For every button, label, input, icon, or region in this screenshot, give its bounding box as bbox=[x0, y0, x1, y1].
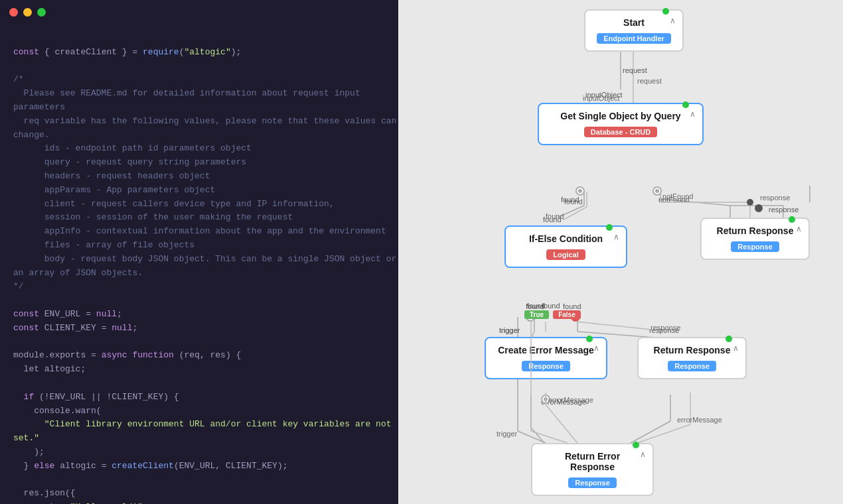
return-error-badge: Response bbox=[568, 477, 617, 488]
svg-line-42 bbox=[637, 424, 690, 443]
return-response-1-badge: Response bbox=[731, 241, 779, 252]
found-false-label: found bbox=[542, 302, 560, 310]
svg-text:trigger: trigger bbox=[497, 430, 518, 438]
svg-line-14 bbox=[518, 431, 546, 443]
svg-line-44 bbox=[546, 405, 577, 443]
flow-panel: ∧ Start Endpoint Handler request inputOb… bbox=[398, 0, 843, 504]
if-else-status-dot bbox=[606, 224, 613, 231]
return-response-2-chevron[interactable]: ∧ bbox=[733, 344, 739, 353]
badge-true: True bbox=[524, 310, 549, 319]
edge-inputobject: inputObject bbox=[585, 91, 623, 99]
get-single-chevron[interactable]: ∧ bbox=[690, 109, 696, 119]
return-response-2-node[interactable]: ∧ Return Response Response bbox=[637, 337, 747, 379]
svg-line-28 bbox=[563, 207, 587, 220]
get-single-badge: Database - CRUD bbox=[584, 127, 657, 137]
if-else-title: If-Else Condition bbox=[515, 233, 617, 244]
close-button[interactable] bbox=[9, 8, 18, 17]
svg-text:request: request bbox=[637, 77, 662, 85]
get-single-node[interactable]: ∧ Get Single Object by Query Database - … bbox=[538, 103, 704, 145]
start-status-dot bbox=[662, 8, 669, 15]
create-error-title: Create Error Message bbox=[495, 345, 597, 355]
return-error-status-dot bbox=[633, 442, 639, 448]
maximize-button[interactable] bbox=[37, 8, 46, 17]
return-response-2-status-dot bbox=[726, 336, 732, 342]
start-chevron[interactable]: ∧ bbox=[670, 16, 676, 25]
if-else-badge: Logical bbox=[546, 249, 585, 260]
edge-response-2: response bbox=[649, 326, 679, 334]
create-error-badge: Response bbox=[522, 361, 570, 371]
return-error-title: Return Error Response bbox=[542, 451, 643, 472]
minimize-button[interactable] bbox=[23, 8, 32, 17]
code-panel: const { createClient } = require("altogi… bbox=[0, 0, 398, 504]
start-badge: Endpoint Handler bbox=[597, 33, 671, 44]
return-response-1-title: Return Response bbox=[711, 225, 799, 236]
edge-notfound: notFound bbox=[658, 196, 689, 204]
get-single-found-connector bbox=[575, 186, 585, 196]
svg-text:errorMessage: errorMessage bbox=[677, 416, 722, 424]
get-single-title: Get Single Object by Query bbox=[548, 111, 693, 121]
return-response-1-node[interactable]: ∧ Return Response Response bbox=[700, 218, 810, 260]
svg-text:response: response bbox=[760, 194, 790, 202]
return-response-1-chevron[interactable]: ∧ bbox=[796, 224, 802, 233]
edge-response-top: response bbox=[769, 206, 799, 214]
edge-request: request bbox=[623, 66, 647, 74]
create-error-chevron[interactable]: ∧ bbox=[593, 344, 599, 353]
return-response-2-title: Return Response bbox=[648, 345, 736, 355]
svg-line-3 bbox=[558, 206, 584, 218]
create-error-node[interactable]: ∧ Create Error Message Response bbox=[485, 337, 607, 379]
edge-trigger: trigger bbox=[499, 326, 520, 334]
return-error-node[interactable]: ∧ Return Error Response Response bbox=[531, 443, 654, 496]
titlebar bbox=[0, 0, 398, 24]
svg-point-33 bbox=[747, 199, 753, 206]
badge-false: False bbox=[553, 310, 581, 319]
get-single-notfound-connector bbox=[652, 186, 662, 196]
edge-found: found bbox=[561, 196, 579, 204]
start-node[interactable]: ∧ Start Endpoint Handler bbox=[584, 9, 684, 52]
return-error-chevron[interactable]: ∧ bbox=[640, 450, 646, 459]
svg-line-45 bbox=[531, 431, 568, 443]
create-error-status-dot bbox=[586, 336, 593, 342]
edge-found2: found bbox=[543, 216, 562, 223]
if-else-chevron[interactable]: ∧ bbox=[613, 232, 619, 241]
return-response-2-badge: Response bbox=[668, 361, 716, 371]
svg-line-19 bbox=[631, 421, 670, 443]
return-response-1-status-dot bbox=[789, 216, 795, 223]
if-else-node[interactable]: ∧ If-Else Condition Logical bbox=[504, 225, 627, 268]
response-connector bbox=[755, 204, 763, 212]
svg-line-12 bbox=[531, 428, 544, 443]
create-error-bottom-connector bbox=[541, 395, 550, 404]
code-editor[interactable]: const { createClient } = require("altogi… bbox=[0, 24, 398, 504]
start-title: Start bbox=[595, 17, 673, 28]
get-single-status-dot bbox=[682, 101, 689, 108]
